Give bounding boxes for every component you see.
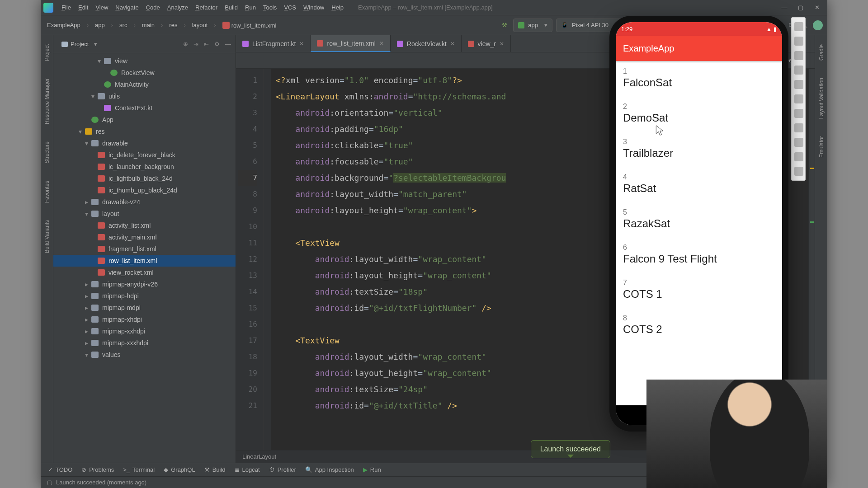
emu-tool-button[interactable] xyxy=(794,109,803,118)
list-item[interactable]: 2 DemoSat xyxy=(616,96,782,131)
close-icon[interactable]: ✕ xyxy=(299,41,304,47)
menu-refactor[interactable]: Refactor xyxy=(192,2,221,13)
menu-run[interactable]: Run xyxy=(241,2,259,13)
window-close-icon[interactable]: ✕ xyxy=(813,4,821,11)
emu-tool-button[interactable] xyxy=(794,167,803,176)
list-item[interactable]: 5 RazakSat xyxy=(616,202,782,237)
tree-item[interactable]: ▸ mipmap-anydpi-v26 xyxy=(53,278,236,290)
tree-twisty-icon[interactable]: ▾ xyxy=(90,93,96,100)
emu-tool-button[interactable] xyxy=(794,152,803,161)
tree-item[interactable]: App xyxy=(53,114,236,126)
emu-tool-button[interactable] xyxy=(794,138,803,147)
list-item[interactable]: 8 COTS 2 xyxy=(616,308,782,343)
crumb-6[interactable]: row_list_item.xml xyxy=(221,21,278,30)
menu-window[interactable]: Window xyxy=(300,2,328,13)
tree-item[interactable]: row_list_item.xml xyxy=(53,255,236,267)
tree-item[interactable]: ic_delete_forever_black xyxy=(53,149,236,161)
close-icon[interactable]: ✕ xyxy=(500,41,504,47)
flight-list[interactable]: 1 FalconSat 2 DemoSat 3 Trailblazer 4 Ra… xyxy=(616,61,782,405)
tree-twisty-icon[interactable]: ▾ xyxy=(96,57,102,65)
tree-item[interactable]: fragment_list.xml xyxy=(53,243,236,255)
tree-item[interactable]: ▸ drawable-v24 xyxy=(53,196,236,208)
window-minimize-icon[interactable]: — xyxy=(780,4,788,11)
window-maximize-icon[interactable]: ▢ xyxy=(797,4,805,11)
crumb-2[interactable]: src xyxy=(118,21,129,29)
menu-file[interactable]: File xyxy=(58,2,75,13)
tree-item[interactable]: ▾ utils xyxy=(53,90,236,102)
menu-help[interactable]: Help xyxy=(328,2,347,13)
fold-gutter[interactable] xyxy=(264,69,271,450)
editor-tab[interactable]: row_list_item.xml ✕ xyxy=(311,35,390,52)
tree-item[interactable]: ▾ view xyxy=(53,55,236,67)
tree-item[interactable]: view_rocket.xml xyxy=(53,267,236,278)
close-icon[interactable]: ✕ xyxy=(450,41,455,47)
tree-twisty-icon[interactable]: ▸ xyxy=(83,198,90,206)
crumb-4[interactable]: res xyxy=(167,21,179,29)
tree-item[interactable]: RocketView xyxy=(53,67,236,79)
hide-icon[interactable]: — xyxy=(225,41,231,47)
emu-tool-button[interactable] xyxy=(794,80,803,89)
collapse-icon[interactable]: ⇥ xyxy=(193,41,198,47)
tree-twisty-icon[interactable]: ▾ xyxy=(83,140,90,147)
tool-tab-problems[interactable]: ⊘ Problems xyxy=(81,466,114,473)
crumb-1[interactable]: app xyxy=(93,21,107,29)
tree-item[interactable]: ▸ mipmap-xxxhdpi xyxy=(53,337,236,349)
tool-tab-build[interactable]: ⚒ Build xyxy=(204,466,226,473)
expand-icon[interactable]: ⇤ xyxy=(204,41,209,47)
rail-gradle[interactable]: Gradle xyxy=(818,41,825,64)
rail-favorites[interactable]: Favorites xyxy=(44,177,50,206)
close-icon[interactable]: ✕ xyxy=(379,40,384,47)
tree-item[interactable]: ▸ mipmap-mdpi xyxy=(53,302,236,314)
emu-tool-button[interactable] xyxy=(794,51,803,60)
menu-analyze[interactable]: Analyze xyxy=(164,2,192,13)
emu-tool-button[interactable] xyxy=(794,123,803,132)
tree-item[interactable]: ▸ mipmap-xhdpi xyxy=(53,314,236,325)
tree-twisty-icon[interactable]: ▸ xyxy=(83,304,90,311)
rail-build variants[interactable]: Build Variants xyxy=(44,216,50,257)
menu-navigate[interactable]: Navigate xyxy=(112,2,142,13)
notification-balloon[interactable]: Launch succeeded xyxy=(531,440,610,458)
editor-tab[interactable]: RocketView.kt ✕ xyxy=(391,35,462,52)
tree-twisty-icon[interactable]: ▾ xyxy=(83,351,90,358)
tool-tab-todo[interactable]: ✓ TODO xyxy=(48,466,72,473)
emu-tool-button[interactable] xyxy=(794,22,803,31)
tool-tab-profiler[interactable]: ⏱ Profiler xyxy=(269,466,296,473)
avatar-icon[interactable] xyxy=(813,20,823,30)
rail-project[interactable]: Project xyxy=(44,41,50,65)
crumb-5[interactable]: layout xyxy=(190,21,210,29)
list-item[interactable]: 6 Falcon 9 Test Flight xyxy=(616,237,782,272)
emulator-window[interactable]: 1:29 ▲ ▮ ExampleApp 1 FalconSat 2 DemoSa… xyxy=(609,16,788,432)
tree-twisty-icon[interactable]: ▾ xyxy=(83,210,90,217)
project-view-selector[interactable]: Project xyxy=(58,39,101,49)
tree-twisty-icon[interactable]: ▸ xyxy=(83,328,90,335)
tool-tab-app inspection[interactable]: 🔍 App Inspection xyxy=(305,466,354,473)
tool-tab-terminal[interactable]: >_ Terminal xyxy=(123,466,155,473)
hammer-icon[interactable]: ⚒ xyxy=(500,20,509,30)
tree-twisty-icon[interactable]: ▸ xyxy=(83,281,90,288)
menu-edit[interactable]: Edit xyxy=(75,2,92,13)
tool-tab-logcat[interactable]: ≣ Logcat xyxy=(235,466,260,473)
list-item[interactable]: 3 Trailblazer xyxy=(616,131,782,167)
rail-emulator[interactable]: Emulator xyxy=(818,132,825,161)
menu-vcs[interactable]: VCS xyxy=(280,2,300,13)
editor-tab[interactable]: view_r ✕ xyxy=(462,35,511,52)
tree-item[interactable]: ▾ layout xyxy=(53,208,236,220)
tree-item[interactable]: activity_list.xml xyxy=(53,220,236,231)
crumb-0[interactable]: ExampleApp xyxy=(45,21,82,29)
emu-tool-button[interactable] xyxy=(794,37,803,46)
tree-item[interactable]: ▸ mipmap-xxhdpi xyxy=(53,325,236,337)
editor-tab[interactable]: ListFragment.kt ✕ xyxy=(236,35,311,52)
tree-twisty-icon[interactable]: ▸ xyxy=(83,292,90,300)
tree-item[interactable]: ContextExt.kt xyxy=(53,102,236,114)
tree-item[interactable]: ▾ drawable xyxy=(53,137,236,149)
target-icon[interactable]: ⊕ xyxy=(183,41,188,47)
list-item[interactable]: 1 FalconSat xyxy=(616,61,782,96)
tree-item[interactable]: ic_launcher_backgroun xyxy=(53,161,236,173)
tree-item[interactable]: ▾ values xyxy=(53,349,236,361)
tree-item[interactable]: ▸ mipmap-hdpi xyxy=(53,290,236,302)
tree-item[interactable]: ic_thumb_up_black_24d xyxy=(53,184,236,196)
rail-structure[interactable]: Structure xyxy=(44,138,50,167)
tree-item[interactable]: activity_main.xml xyxy=(53,231,236,243)
tree-twisty-icon[interactable]: ▸ xyxy=(83,316,90,323)
tree-twisty-icon[interactable]: ▾ xyxy=(77,128,83,135)
